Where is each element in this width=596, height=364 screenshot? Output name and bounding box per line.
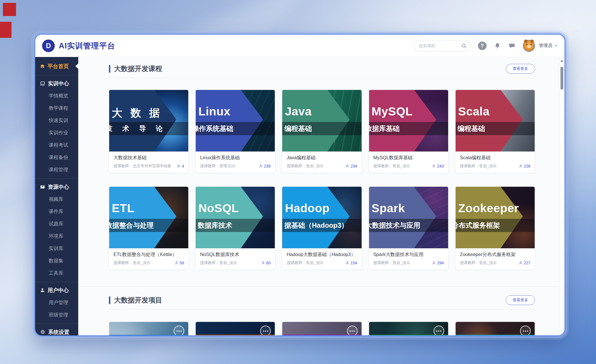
cover-title: Hadoop [285,202,330,215]
cover-subtitle: 编程基础 [456,122,535,135]
course-card[interactable]: NoSQL 数据库技术 NoSQL数据库技术 授课教师：售前_演示 60 [195,186,275,270]
project-card[interactable]: 大数据开发案例 [109,322,189,335]
course-teacher: 授课教师：售前_演示 [287,164,324,169]
user-name[interactable]: 管理员 [539,43,552,49]
course-teacher: 授课教师：售前_演示 [460,260,497,265]
section-separator [78,286,559,287]
course-title: Spark大数据技术与应用 [373,251,444,258]
scrollbar-up-arrow[interactable] [560,60,563,62]
cover-subtitle: 数据整合与处理 [109,219,188,232]
cover-subtitle: 分布式服务框架 [456,219,535,232]
course-cover: Hadoop 据基础（Hadoop3） [282,187,361,248]
chat-icon[interactable] [508,42,515,49]
sidebar-group-system-settings[interactable]: ⚙ 系统设置 [35,326,78,335]
sidebar-group-training-center[interactable]: 实训中心 [35,77,78,90]
student-count: 154 [350,261,357,265]
course-card[interactable]: ETL 数据整合与处理 ETL数据整合与处理（Kettle） 授课教师：售前_演… [109,186,189,270]
project-banner: 大数据开发案例 [456,335,535,335]
course-card[interactable]: 大 数 据 技 术 导 论 大数据技术基础 授课教师：北京市对外贸易学校教...… [109,90,189,173]
project-card[interactable]: 大数据开发案例 [195,322,275,335]
cover-subtitle: 数据库基础 [369,122,448,135]
brand: D AI实训管理平台 [42,40,115,52]
sidebar-item-course-backup[interactable]: 课程备份 [35,151,78,164]
wallpaper-red-square [3,3,16,16]
cover-title: NoSQL [198,202,239,215]
sidebar-item-courseware-library[interactable]: 课件库 [35,205,78,218]
sidebar-item-datasets[interactable]: 数据集 [35,255,78,267]
course-card[interactable]: Zookeeper 分布式服务框架 Zookeeper分布式服务框架 授课教师：… [455,186,535,270]
help-icon[interactable]: ? [478,42,487,50]
sidebar-item-user-management[interactable]: 用户管理 [35,296,78,309]
student-count: 228 [524,164,530,168]
app-header: D AI实训管理平台 ? 管理员 ▾ [35,35,564,57]
project-cover: 大数据开发案例 [109,322,188,335]
active-item-notch [75,64,78,69]
course-title: ETL数据整合与处理（Kettle） [113,251,184,258]
section-projects: 大数据开发项目 查看更多 大数据开发案例 [109,286,535,335]
sidebar-item-home[interactable]: 平台首页 [35,60,78,72]
cover-title: Spark [372,202,405,215]
cover-subtitle: 技 术 导 论 [109,122,188,135]
ellipsis-icon [434,326,444,335]
scrollbar[interactable] [559,57,564,335]
project-banner: 大数据开发案例 [282,335,361,335]
view-more-button[interactable]: 查看更多 [506,64,535,74]
sidebar-item-environment-library[interactable]: 环境库 [35,230,78,242]
student-count-icon [519,261,523,265]
course-grid: 大 数 据 技 术 导 论 大数据技术基础 授课教师：北京市对外贸易学校教...… [109,90,535,270]
sidebar-item-learning-overview[interactable]: 学情概览 [35,90,78,102]
course-card[interactable]: Linux 操作系统基础 Linux操作系统基础 授课教师：管理员10 239 [195,90,275,173]
sidebar-item-teaching-courses[interactable]: 教学课程 [35,102,78,114]
project-grid: 大数据开发案例 大数据开发案例 大数据开发案 [109,322,535,335]
ellipsis-icon [347,326,358,335]
course-cover: ETL 数据整合与处理 [109,187,188,248]
student-count: 227 [524,261,530,265]
cover-subtitle: 数据库技术 [196,219,275,232]
sidebar-group-user-center[interactable]: 用户中心 [35,284,78,296]
view-more-button[interactable]: 查看更多 [506,295,535,305]
course-card[interactable]: Spark 大数据技术与应用 Spark大数据技术与应用 授课教师：售前_演示 … [369,186,448,270]
section-courses: 大数据开发课程 查看更多 大 数 据 技 术 导 论 [109,64,535,270]
cover-title: 大 数 据 [112,106,162,120]
student-count-icon [259,164,263,168]
project-cover: 大数据开发案例 [196,322,275,335]
project-banner: 大数据开发案例 [196,335,275,335]
project-cover: 大数据开发案例 [369,322,448,335]
course-card[interactable]: Hadoop 据基础（Hadoop3） Hadoop大数据基础（Hadoop3）… [282,186,362,270]
ellipsis-icon [174,326,184,335]
sidebar-item-course-management[interactable]: 课程管理 [35,164,78,176]
home-icon [40,64,45,69]
cover-title: Linux [198,105,230,118]
sidebar-item-course-exams[interactable]: 课程考试 [35,139,78,151]
student-count: 58 [180,261,184,265]
course-cover: Linux 操作系统基础 [196,90,275,151]
sidebar-item-video-library[interactable]: 视频库 [35,193,78,205]
avatar[interactable] [523,40,535,52]
project-card[interactable]: 大数据开发案例 [369,322,448,335]
student-count: 239 [264,164,270,168]
student-count-icon [177,164,181,168]
course-teacher: 授课教师：售前_演示 [287,260,324,265]
scrollbar-thumb[interactable] [560,67,563,90]
bell-icon[interactable] [494,42,501,49]
project-card[interactable]: 大数据开发案例 [282,322,362,335]
caret-down-icon[interactable]: ▾ [555,44,557,48]
sidebar-item-quick-training[interactable]: 快速实训 [35,114,78,127]
project-card[interactable]: 大数据开发案例 [455,322,535,335]
gear-icon: ⚙ [40,329,46,335]
sidebar-item-question-bank[interactable]: 试题库 [35,218,78,230]
sidebar-divider [35,75,78,75]
course-card[interactable]: MySQL 数据库基础 MySQL数据库基础 授课教师：售前_演示 243 [369,90,448,173]
sidebar-item-class-management[interactable]: 班级管理 [35,309,78,321]
sidebar-item-tool-library[interactable]: 工具库 [35,267,78,279]
project-cover: 大数据开发案例 [282,322,361,335]
sidebar-item-training-library[interactable]: 实训库 [35,242,78,255]
sidebar-item-training-homework[interactable]: 实训作业 [35,127,78,139]
student-count-icon [519,164,523,168]
course-card[interactable]: Scala 编程基础 Scala编程基础 授课教师：售前_演示 228 [455,90,535,173]
section-divider [109,78,535,78]
sidebar-group-resource-center[interactable]: 资源中心 [35,180,78,193]
course-card[interactable]: Java 编程基础 Java编程基础 授课教师：售前_演示 234 [282,90,362,173]
sidebar-divider [35,178,78,179]
search-icon[interactable] [461,43,467,49]
